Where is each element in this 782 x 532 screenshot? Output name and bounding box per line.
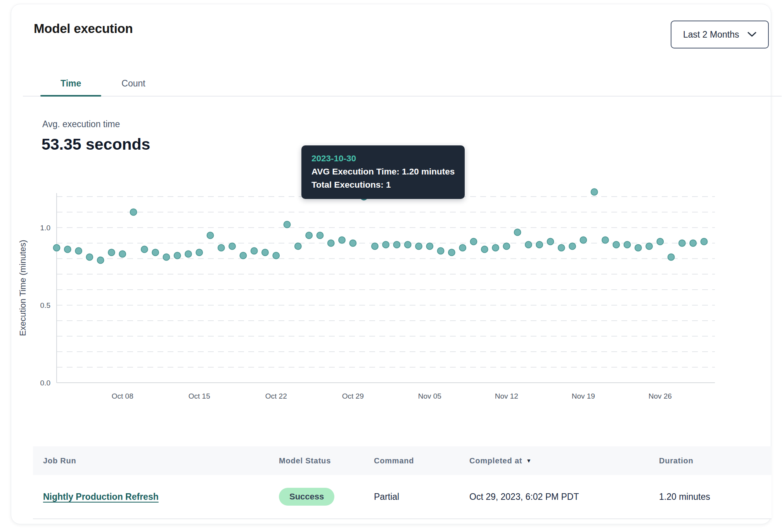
- command-cell: Partial: [374, 492, 469, 502]
- column-header-completed-at[interactable]: Completed at ▼: [469, 456, 659, 465]
- column-header-command[interactable]: Command: [374, 456, 469, 465]
- table-row: Nightly Production Refresh Success Parti…: [33, 475, 772, 519]
- model-execution-page: Model execution Last 2 Months Time Count…: [0, 0, 782, 532]
- tab-bar: Time Count: [23, 71, 782, 97]
- tooltip-date: 2023-10-30: [311, 152, 455, 165]
- tooltip-avg-execution-time: AVG Execution Time: 1.20 minutes: [311, 165, 455, 178]
- avg-execution-time-value: 53.35 seconds: [42, 135, 150, 154]
- status-badge: Success: [279, 488, 334, 506]
- duration-cell: 1.20 minutes: [659, 492, 772, 502]
- chevron-down-icon: [747, 32, 756, 37]
- column-header-job-run[interactable]: Job Run: [43, 456, 279, 465]
- date-range-value: Last 2 Months: [683, 29, 739, 40]
- avg-execution-time-label: Avg. execution time: [42, 119, 120, 130]
- model-execution-card: Model execution Last 2 Months Time Count…: [11, 4, 771, 524]
- completed-at-cell: Oct 29, 2023, 6:02 PM PDT: [469, 492, 659, 502]
- column-header-model-status[interactable]: Model Status: [279, 456, 374, 465]
- date-range-dropdown[interactable]: Last 2 Months: [671, 21, 769, 48]
- tooltip-total-executions: Total Executions: 1: [311, 178, 455, 192]
- tab-count[interactable]: Count: [101, 71, 165, 96]
- sort-descending-icon: ▼: [526, 458, 532, 464]
- table-header: Job Run Model Status Command Completed a…: [33, 446, 772, 475]
- tab-time[interactable]: Time: [40, 71, 101, 96]
- page-title: Model execution: [34, 21, 133, 36]
- chart-tooltip: 2023-10-30 AVG Execution Time: 1.20 minu…: [301, 145, 465, 199]
- column-header-duration[interactable]: Duration: [659, 456, 772, 465]
- job-run-link[interactable]: Nightly Production Refresh: [43, 492, 159, 502]
